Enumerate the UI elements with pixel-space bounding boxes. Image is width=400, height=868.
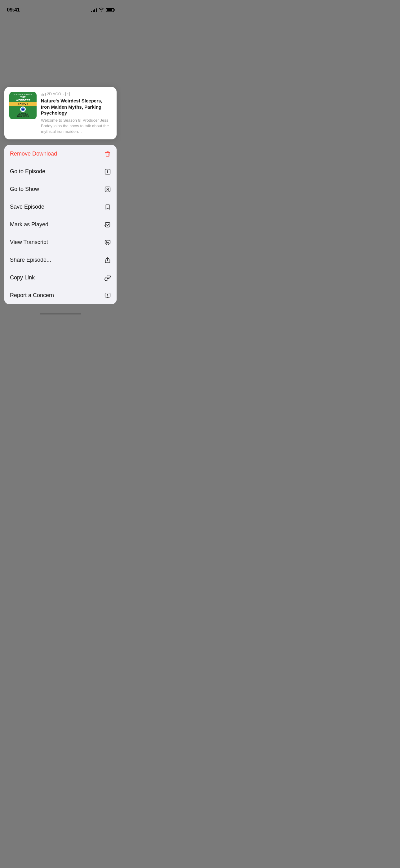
menu-item-label-copy-link: Copy Link xyxy=(10,274,35,281)
wifi-icon xyxy=(99,7,104,13)
episode-card: POPULAR SCIENCE THE WEIRDEST THING I LEA… xyxy=(4,87,116,140)
info-icon xyxy=(104,168,111,175)
podcast-icon xyxy=(104,186,111,193)
context-menu: Remove Download Go to Episode Go to Show xyxy=(4,145,116,304)
battery-icon xyxy=(106,8,114,12)
home-bar xyxy=(40,313,81,314)
svg-rect-4 xyxy=(105,240,110,244)
menu-item-label-mark-as-played: Mark as Played xyxy=(10,221,48,228)
menu-item-label-go-to-episode: Go to Episode xyxy=(10,168,45,175)
artwork-title-line2: WEIRDEST xyxy=(16,99,30,102)
status-bar: 09:41 xyxy=(0,0,121,16)
share-icon xyxy=(104,257,111,264)
menu-item-label-go-to-show: Go to Show xyxy=(10,186,39,192)
episode-description: Welcome to Season 8! Producer Jess Boddy… xyxy=(41,118,112,135)
status-icons xyxy=(91,7,114,13)
episode-info: 2D AGO · E Nature's Weirdest Sleepers, I… xyxy=(41,92,112,134)
menu-item-label-report-concern: Report a Concern xyxy=(10,292,54,299)
menu-item-share-episode[interactable]: Share Episode... xyxy=(4,251,116,269)
episode-title: Nature's Weirdest Sleepers, Iron Maiden … xyxy=(41,98,112,116)
menu-item-mark-as-played[interactable]: Mark as Played xyxy=(4,216,116,234)
menu-item-label-view-transcript: View Transcript xyxy=(10,239,48,246)
meta-dot: · xyxy=(63,92,64,96)
artwork-title-bottom2: THIS WEEK xyxy=(16,115,30,118)
menu-item-label-save-episode: Save Episode xyxy=(10,204,44,210)
quote-bubble-icon xyxy=(104,239,111,246)
checkmark-square-icon xyxy=(104,221,111,228)
artwork-eye xyxy=(20,106,26,112)
artwork-label: POPULAR SCIENCE xyxy=(14,93,32,95)
signal-icon xyxy=(91,8,97,12)
status-time: 09:41 xyxy=(7,7,20,13)
link-icon xyxy=(104,274,111,281)
menu-item-go-to-show[interactable]: Go to Show xyxy=(4,180,116,198)
menu-item-label-share-episode: Share Episode... xyxy=(10,257,51,263)
menu-item-go-to-episode[interactable]: Go to Episode xyxy=(4,163,116,180)
menu-item-report-concern[interactable]: Report a Concern xyxy=(4,286,116,304)
episode-artwork: POPULAR SCIENCE THE WEIRDEST THING I LEA… xyxy=(9,92,37,119)
menu-item-remove-download[interactable]: Remove Download xyxy=(4,145,116,163)
episode-timestamp: 2D AGO xyxy=(47,92,61,96)
menu-item-label-remove-download: Remove Download xyxy=(10,151,57,157)
exclamation-bubble-icon xyxy=(104,292,111,299)
home-indicator xyxy=(0,304,121,318)
trash-icon xyxy=(104,151,111,157)
artwork-title-line3: THING I xyxy=(9,102,37,106)
svg-rect-3 xyxy=(105,222,110,227)
menu-item-save-episode[interactable]: Save Episode xyxy=(4,198,116,216)
artwork-title-bottom: LEARNED xyxy=(17,113,29,115)
explicit-badge: E xyxy=(65,92,70,96)
bookmark-icon xyxy=(104,204,111,211)
menu-item-view-transcript[interactable]: View Transcript xyxy=(4,234,116,251)
play-progress-icon xyxy=(41,93,45,96)
episode-meta: 2D AGO · E xyxy=(41,92,112,96)
menu-item-copy-link[interactable]: Copy Link xyxy=(4,269,116,286)
